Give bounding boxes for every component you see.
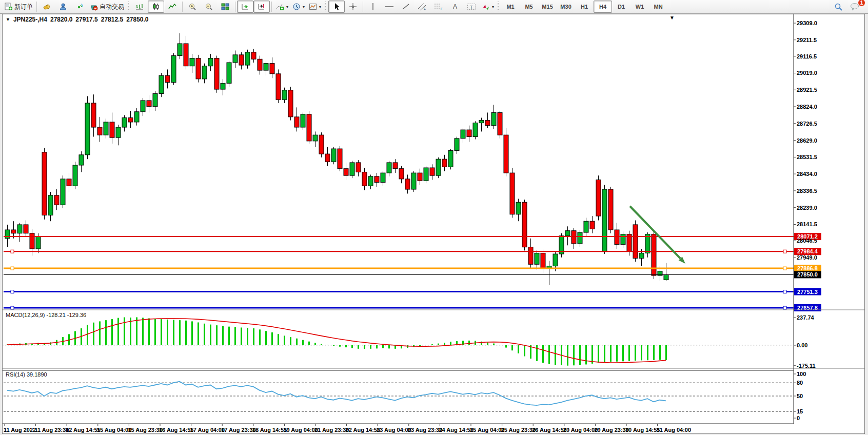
chart-shift-button[interactable] (253, 1, 270, 13)
dropdown-caret-icon: ▾ (492, 5, 494, 9)
auto-trading-label: 自动交易 (100, 3, 124, 11)
signals-button[interactable] (71, 1, 88, 13)
trendline-tool-button[interactable] (398, 1, 414, 13)
line-handle[interactable] (783, 290, 786, 293)
text-tool-button[interactable]: A (447, 1, 463, 13)
toolbar-grip[interactable] (128, 2, 130, 12)
date-tick-label: 12 Aug 14:55 (66, 427, 100, 433)
cursor-tool-button[interactable] (328, 1, 345, 13)
chart-canvas[interactable]: 28071.227984.427886.827850.027751.327657… (3, 14, 864, 433)
candle-down (522, 202, 527, 247)
timeframe-button-w1[interactable]: W1 (630, 1, 649, 13)
price-tick-label: 28531.5 (797, 154, 817, 160)
crosshair-tool-button[interactable] (345, 1, 361, 13)
timeframe-button-m1[interactable]: M1 (501, 1, 520, 13)
equidistant-channel-icon: E (418, 3, 427, 11)
candle-up (516, 202, 521, 214)
tile-windows-button[interactable] (217, 1, 233, 13)
timeframe-button-m5[interactable]: M5 (520, 1, 538, 13)
candle-down (42, 152, 47, 215)
timeframe-button-h1[interactable]: H1 (575, 1, 594, 13)
auto-scroll-button[interactable] (237, 1, 253, 13)
candle-down (399, 169, 404, 179)
candle-down (24, 225, 28, 233)
chart-menu-arrow-icon[interactable]: ▼ (6, 17, 10, 22)
candle-down (344, 169, 348, 175)
svg-text:F: F (441, 7, 443, 10)
date-tick-label: 15 Aug 23:30 (128, 427, 162, 433)
vertical-line-tool-button[interactable] (365, 1, 381, 13)
candle-down (485, 121, 490, 126)
timeframe-button-h4[interactable]: H4 (594, 1, 612, 13)
community-button[interactable] (55, 1, 71, 13)
chart-window[interactable]: ▼ JPN225-,H4 27820.0 27917.5 27812.5 278… (2, 14, 865, 434)
price-tick-label: 28239.0 (797, 205, 817, 211)
price-tick-label: 29211.5 (797, 37, 817, 43)
person-icon (59, 3, 67, 11)
candle-down (338, 149, 342, 169)
line-chart-button[interactable] (164, 1, 181, 13)
timeframe-button-m15[interactable]: M15 (538, 1, 557, 13)
candle-down (30, 233, 34, 249)
separator (363, 2, 363, 12)
date-tick-label: 15 Aug 04:00 (97, 427, 131, 433)
line-chart-icon (168, 3, 176, 11)
line-handle[interactable] (783, 250, 786, 253)
line-handle[interactable] (783, 306, 786, 309)
candlestick-chart-button[interactable] (148, 1, 164, 13)
zoom-out-button[interactable] (201, 1, 217, 13)
date-tick-label: 29 Aug 23:30 (594, 427, 628, 433)
timeframe-button-d1[interactable]: D1 (612, 1, 630, 13)
date-tick-label: 29 Aug 04:00 (563, 427, 598, 433)
date-tick-label: 23 Aug 23:30 (408, 427, 442, 433)
candle-up (208, 58, 213, 66)
text-label-tool-button[interactable]: T (463, 1, 480, 13)
line-handle[interactable] (11, 290, 14, 293)
candle-up (424, 168, 428, 181)
line-handle[interactable] (11, 250, 14, 253)
price-tick-label: 28726.5 (797, 121, 817, 127)
horizontal-line-tool-button[interactable] (381, 1, 398, 13)
indicators-button[interactable]: ▾ (273, 1, 290, 13)
toolbar-grip[interactable] (498, 2, 500, 12)
date-tick-label: 23 Aug 04:00 (377, 427, 411, 433)
date-tick-label: 16 Aug 14:55 (159, 427, 193, 433)
channel-tool-button[interactable]: E (414, 1, 430, 13)
fibonacci-tool-button[interactable]: F (430, 1, 447, 13)
quick-menu-arrow-icon[interactable]: ▼ (669, 15, 675, 21)
timeframe-button-mn[interactable]: MN (649, 1, 667, 13)
candle-up (350, 163, 354, 175)
templates-button[interactable]: ▾ (307, 1, 323, 13)
toolbar-grip[interactable] (325, 2, 327, 12)
new-order-label: 新订单 (14, 3, 33, 11)
candle-down (430, 168, 435, 175)
svg-text:T: T (470, 5, 473, 10)
auto-trading-button[interactable]: 自动交易 (88, 1, 126, 13)
periods-button[interactable]: ▾ (290, 1, 307, 13)
line-handle[interactable] (11, 267, 14, 270)
timeframe-button-m30[interactable]: M30 (557, 1, 575, 13)
chat-button[interactable]: 1 (846, 1, 863, 13)
bar-chart-button[interactable] (131, 1, 148, 13)
search-button[interactable] (830, 1, 846, 13)
ohlc-high: 27917.5 (75, 16, 97, 23)
candle-up (455, 139, 459, 151)
svg-text:A: A (453, 3, 457, 10)
candle-down (362, 172, 367, 186)
candle-down (504, 135, 508, 173)
candle-down (184, 44, 188, 66)
candle-up (153, 93, 157, 106)
candle-up (233, 55, 238, 63)
alerts-button[interactable] (38, 1, 55, 13)
new-order-button[interactable]: 新订单 (2, 1, 35, 13)
date-tick-label: 11 Aug 23:30 (35, 427, 69, 433)
candle-up (448, 150, 453, 167)
candle-down (319, 135, 324, 154)
date-tick-label: 25 Aug 23:30 (501, 427, 536, 433)
zoom-in-button[interactable] (184, 1, 201, 13)
price-tag-label: 27850.0 (797, 271, 818, 278)
candle-up (436, 159, 441, 175)
line-handle[interactable] (783, 267, 786, 270)
arrows-tool-button[interactable]: ▾ (480, 1, 496, 13)
line-handle[interactable] (11, 306, 14, 309)
